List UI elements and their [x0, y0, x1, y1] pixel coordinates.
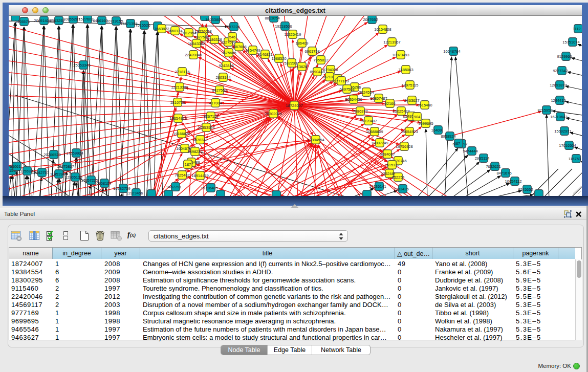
svg-text:7632621: 7632621: [486, 164, 500, 169]
svg-text:19166829: 19166829: [173, 132, 190, 136]
svg-text:1115682: 1115682: [18, 169, 33, 173]
svg-text:16154808: 16154808: [374, 27, 391, 32]
svg-text:8563257: 8563257: [50, 18, 64, 23]
svg-text:2803144: 2803144: [215, 75, 230, 80]
svg-text:16648784: 16648784: [443, 49, 460, 54]
svg-text:1588520: 1588520: [271, 56, 286, 61]
svg-text:15716485: 15716485: [201, 186, 217, 190]
svg-text:417004: 417004: [209, 101, 222, 105]
svg-text:1145194: 1145194: [50, 172, 65, 177]
svg-text:10855287: 10855287: [63, 17, 80, 21]
svg-text:904: 904: [414, 115, 421, 119]
svg-text:2718176: 2718176: [175, 70, 189, 74]
svg-text:186409: 186409: [295, 41, 308, 46]
svg-text:12942757: 12942757: [32, 170, 49, 175]
svg-text:6497568: 6497568: [339, 87, 354, 92]
svg-text:8471676: 8471676: [496, 171, 511, 176]
svg-text:9463627: 9463627: [404, 98, 419, 103]
svg-text:7663822: 7663822: [154, 27, 169, 31]
svg-text:16409: 16409: [431, 128, 442, 133]
svg-text:17359924: 17359924: [66, 151, 83, 156]
svg-text:7986372: 7986372: [353, 109, 367, 114]
svg-text:1527602: 1527602: [78, 17, 93, 21]
svg-text:687: 687: [454, 141, 461, 146]
svg-text:10975867: 10975867: [57, 164, 74, 169]
svg-text:1733426: 1733426: [394, 187, 408, 191]
svg-text:8813054: 8813054: [265, 16, 279, 20]
svg-text:9227342: 9227342: [553, 69, 568, 73]
svg-text:9457791: 9457791: [166, 185, 181, 189]
svg-text:187: 187: [185, 162, 191, 167]
svg-text:3624554: 3624554: [359, 90, 374, 95]
svg-text:62160: 62160: [385, 101, 396, 106]
svg-text:546: 546: [229, 35, 236, 39]
svg-text:8878342: 8878342: [192, 138, 207, 142]
svg-text:16210643: 16210643: [550, 115, 567, 119]
svg-text:10958107: 10958107: [94, 181, 111, 186]
svg-text:16914479: 16914479: [191, 173, 208, 178]
svg-text:1615132: 1615132: [384, 163, 399, 167]
svg-text:7515526: 7515526: [135, 23, 150, 28]
svg-text:2087652: 2087652: [363, 17, 378, 22]
svg-text:8267110: 8267110: [204, 114, 219, 119]
svg-text:1810755: 1810755: [170, 100, 185, 105]
svg-text:9474444: 9474444: [463, 149, 477, 154]
svg-text:12093873: 12093873: [550, 83, 567, 87]
svg-text:9146821: 9146821: [257, 52, 272, 57]
svg-text:19218506: 19218506: [275, 24, 292, 29]
svg-text:9129966: 9129966: [557, 54, 572, 59]
svg-text:12975115: 12975115: [402, 83, 419, 87]
svg-text:10688609: 10688609: [366, 129, 383, 134]
svg-text:13626: 13626: [297, 64, 308, 69]
svg-text:12905135: 12905135: [65, 175, 82, 180]
svg-text:8958924: 8958924: [441, 134, 455, 139]
svg-text:9777169: 9777169: [334, 79, 349, 83]
svg-text:11353594: 11353594: [198, 125, 215, 130]
svg-text:10807487: 10807487: [370, 96, 387, 101]
svg-text:11325419: 11325419: [285, 32, 301, 37]
svg-text:20206528: 20206528: [43, 152, 60, 157]
svg-text:11923466: 11923466: [126, 191, 143, 195]
svg-text:19384554: 19384554: [307, 138, 324, 142]
svg-text:10973493: 10973493: [392, 53, 409, 57]
svg-text:18724007: 18724007: [286, 103, 302, 108]
svg-text:15720407: 15720407: [360, 119, 377, 123]
svg-text:8215958: 8215958: [537, 108, 552, 113]
svg-text:17016504: 17016504: [559, 143, 576, 148]
svg-text:1112: 1112: [573, 27, 581, 31]
svg-text:1405571: 1405571: [15, 19, 30, 24]
svg-text:2367608: 2367608: [231, 45, 246, 49]
svg-text:18807249: 18807249: [371, 141, 388, 145]
svg-text:8186328: 8186328: [207, 37, 222, 42]
svg-text:8427552: 8427552: [212, 88, 227, 93]
svg-text:8660124: 8660124: [167, 29, 182, 33]
svg-text:19654923: 19654923: [401, 129, 418, 134]
svg-text:10654112: 10654112: [505, 179, 522, 184]
svg-text:19654923: 19654923: [169, 116, 186, 121]
svg-text:55061: 55061: [10, 164, 21, 169]
svg-text:16543382: 16543382: [188, 41, 205, 46]
svg-text:116753: 116753: [569, 157, 581, 161]
svg-text:15751074: 15751074: [562, 40, 579, 45]
svg-text:8990448: 8990448: [310, 70, 324, 74]
svg-text:20691406: 20691406: [34, 18, 51, 23]
svg-text:2935114: 2935114: [475, 156, 490, 161]
svg-text:7357224: 7357224: [225, 25, 239, 29]
svg-text:9515460: 9515460: [417, 103, 432, 107]
svg-text:12213389: 12213389: [171, 85, 188, 90]
svg-text:9245652: 9245652: [518, 187, 533, 192]
svg-text:12213967: 12213967: [383, 40, 400, 45]
svg-text:16033809: 16033809: [205, 17, 222, 22]
svg-text:14136141: 14136141: [369, 184, 386, 189]
svg-text:7485063: 7485063: [398, 68, 413, 72]
svg-text:9699695: 9699695: [418, 121, 433, 126]
svg-text:7625402: 7625402: [175, 173, 189, 178]
svg-text:8454749: 8454749: [245, 48, 260, 53]
svg-text:3675685: 3675685: [221, 51, 236, 55]
svg-text:25053346: 25053346: [73, 63, 90, 68]
svg-text:15692971: 15692971: [554, 129, 571, 134]
svg-text:5498222: 5498222: [187, 149, 202, 154]
svg-text:16782759: 16782759: [113, 186, 130, 191]
svg-text:25302015: 25302015: [265, 112, 281, 116]
svg-text:6961758: 6961758: [304, 49, 319, 54]
